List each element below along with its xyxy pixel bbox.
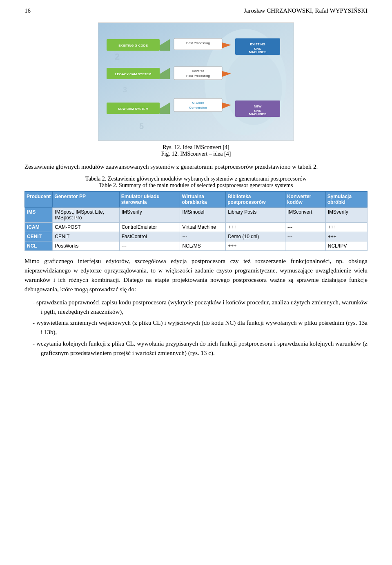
svg-text:EXISTING G-CODE: EXISTING G-CODE [118, 44, 148, 47]
cell-ims-generator: IMSpost, IMSpost Lite, IMSpost Pro [53, 207, 119, 222]
figure-image: EXISTING G-CODE LEGACY CAM SYSTEM NEW CA… [98, 22, 294, 141]
author-name: Jarosław CHRZANOWSKI, Rafał WYPYSIŃSKI [244, 7, 368, 14]
body-paragraph-1: Mimo graficznego interfejsu edytorów, sz… [24, 257, 368, 295]
col-wirtualna: Wirtualna obrabiarka [180, 191, 226, 207]
table-row: IMS IMSpost, IMSpost Lite, IMSpost Pro I… [25, 207, 368, 222]
svg-text:MACHINES: MACHINES [249, 50, 267, 54]
table-row: CENIT CENIT FastControl --- Demo (10 dni… [25, 232, 368, 241]
col-emulator: Emulator układu sterowania [119, 191, 180, 207]
table-caption-english: Table 2. Summary of the main modules of … [24, 182, 368, 189]
svg-text:NEW CAM SYSTEM: NEW CAM SYSTEM [118, 107, 149, 111]
list-item-3: - wczytania kolejnych funkcji z pliku CL… [33, 339, 368, 358]
cell-ncl-wirtualna: NCL/MS [180, 241, 226, 250]
svg-text:EXISTING: EXISTING [250, 42, 265, 46]
row-label-ims: IMS [25, 207, 53, 222]
list-item-1: - sprawdzenia poprawności zapisu kodu po… [33, 298, 368, 317]
cell-ims-biblioteka: Library Posts [226, 207, 285, 222]
cell-ims-emulator: IMSverify [119, 207, 180, 222]
svg-text:NEW: NEW [254, 105, 262, 108]
diagram-svg: EXISTING G-CODE LEGACY CAM SYSTEM NEW CA… [98, 23, 294, 141]
page-header: 16 Jarosław CHRZANOWSKI, Rafał WYPYSIŃSK… [24, 0, 368, 18]
cell-icam-emulator: ControlEmulator [119, 222, 180, 232]
cell-icam-symulacja: +++ [325, 222, 367, 232]
svg-text:Post Processing: Post Processing [186, 41, 210, 45]
cell-ims-wirtualna: IMSmodel [180, 207, 226, 222]
svg-text:G-Code: G-Code [192, 101, 204, 105]
cell-icam-wirtualna: Virtual Machine [180, 222, 226, 232]
table-caption-pl: Tabela 2. Zestawienie głównych modułów w… [24, 176, 368, 189]
table-row: ICAM CAM-POST ControlEmulator Virtual Ma… [25, 222, 368, 232]
cell-icam-konwerter: --- [285, 222, 325, 232]
cell-cenit-konwerter: --- [285, 232, 325, 241]
cell-ncl-emulator: --- [119, 241, 180, 250]
row-label-ncl: NCL [25, 241, 53, 250]
col-konwerter: Konwerter kodów [285, 191, 325, 207]
table-header-row: Producent Generator PP Emulator układu s… [25, 191, 368, 207]
caption-line2: Fig. 12. IMSconvert – idea [4] [24, 151, 368, 157]
col-symulacja: Symulacja obróbki [325, 191, 367, 207]
svg-text:MACHINES: MACHINES [249, 112, 267, 116]
svg-text:LEGACY CAM SYSTEM: LEGACY CAM SYSTEM [115, 72, 151, 76]
list-item-2: - wyświetlenia zmiennych wejściowych (z … [33, 318, 368, 337]
table-row: NCL PostWorks --- NCL/MS +++ NCL/IPV [25, 241, 368, 250]
col-producent: Producent [25, 191, 53, 207]
cell-ncl-konwerter [285, 241, 325, 250]
svg-text:3: 3 [123, 86, 127, 94]
cell-cenit-biblioteka: Demo (10 dni) [226, 232, 285, 241]
col-biblioteka: Biblioteka postprocesorów [226, 191, 285, 207]
row-label-icam: ICAM [25, 222, 53, 232]
cell-icam-biblioteka: +++ [226, 222, 285, 232]
cell-icam-generator: CAM-POST [53, 222, 119, 232]
figure-container: EXISTING G-CODE LEGACY CAM SYSTEM NEW CA… [24, 22, 368, 141]
col-generator: Generator PP [53, 191, 119, 207]
figure-caption: Rys. 12. Idea IMSconvert [4] Fig. 12. IM… [24, 144, 368, 157]
cell-cenit-symulacja: +++ [325, 232, 367, 241]
table-caption-polish: Tabela 2. Zestawienie głównych modułów w… [24, 176, 368, 182]
caption-line1: Rys. 12. Idea IMSconvert [4] [24, 144, 368, 151]
main-table: Producent Generator PP Emulator układu s… [24, 191, 368, 251]
page-number: 16 [24, 7, 31, 14]
svg-rect-17 [174, 98, 222, 112]
intro-paragraph: Zestawienie głównych modułów zaawansowan… [24, 163, 318, 170]
intro-text: Zestawienie głównych modułów zaawansowan… [24, 162, 368, 172]
svg-text:Conversion: Conversion [189, 106, 207, 109]
svg-text:5: 5 [139, 122, 144, 131]
svg-text:2: 2 [115, 51, 120, 62]
cell-cenit-generator: CENIT [53, 232, 119, 241]
cell-cenit-emulator: FastControl [119, 232, 180, 241]
cell-cenit-wirtualna: --- [180, 232, 226, 241]
svg-text:Reverse: Reverse [192, 69, 204, 73]
cell-ims-symulacja: IMSverify [325, 207, 367, 222]
svg-text:Post Processing: Post Processing [186, 74, 210, 78]
cell-ncl-symulacja: NCL/IPV [325, 241, 367, 250]
svg-rect-14 [174, 67, 222, 80]
row-label-cenit: CENIT [25, 232, 53, 241]
cell-ncl-biblioteka: +++ [226, 241, 285, 250]
cell-ncl-generator: PostWorks [53, 241, 119, 250]
cell-ims-konwerter: IMSconvert [285, 207, 325, 222]
